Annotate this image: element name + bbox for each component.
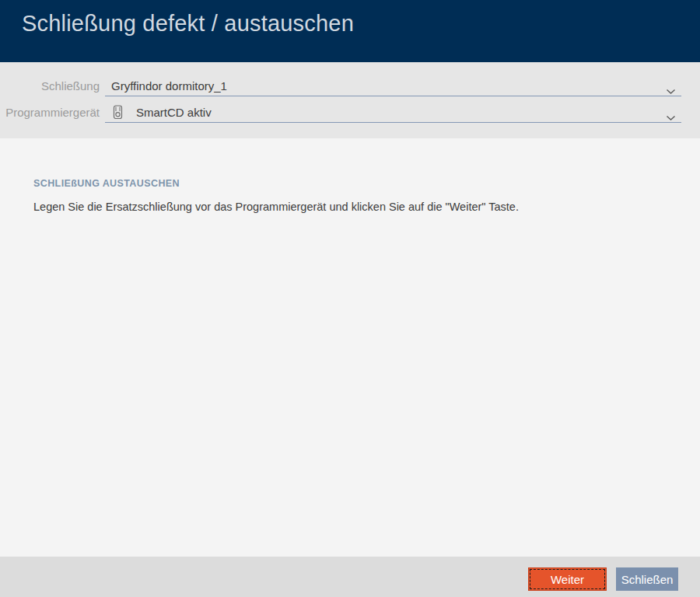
dialog-title: Schließung defekt / austauschen	[22, 11, 354, 37]
instruction-text: Legen Sie die Ersatzschließung vor das P…	[33, 201, 519, 213]
dialog-window: Schließung defekt / austauschen Schließu…	[0, 0, 700, 597]
form-area: Schließung Gryffindor dormitory_1 Progra…	[0, 62, 700, 138]
close-button[interactable]: Schließen	[616, 567, 678, 591]
form-row-programmer: Programmiergerät SmartCD aktiv	[0, 103, 681, 123]
smartcd-device-icon	[113, 105, 123, 120]
programmer-combobox-value: SmartCD aktiv	[136, 106, 212, 119]
section-title: SCHLIEßUNG AUSTAUSCHEN	[33, 178, 180, 189]
programmer-field-label: Programmiergerät	[0, 106, 100, 119]
main-content: SCHLIEßUNG AUSTAUSCHEN Legen Sie die Ers…	[0, 138, 700, 557]
chevron-down-icon[interactable]	[666, 110, 676, 117]
next-button[interactable]: Weiter	[528, 567, 607, 591]
form-row-lock: Schließung Gryffindor dormitory_1	[0, 77, 681, 96]
lock-combobox[interactable]: Gryffindor dormitory_1	[105, 77, 681, 96]
lock-field-label: Schließung	[0, 79, 100, 93]
dialog-titlebar: Schließung defekt / austauschen	[0, 0, 700, 62]
chevron-down-icon[interactable]	[666, 84, 676, 90]
programmer-combobox[interactable]: SmartCD aktiv	[105, 103, 681, 123]
footer-bar: Weiter Schließen	[0, 557, 700, 597]
lock-combobox-value: Gryffindor dormitory_1	[111, 79, 227, 93]
